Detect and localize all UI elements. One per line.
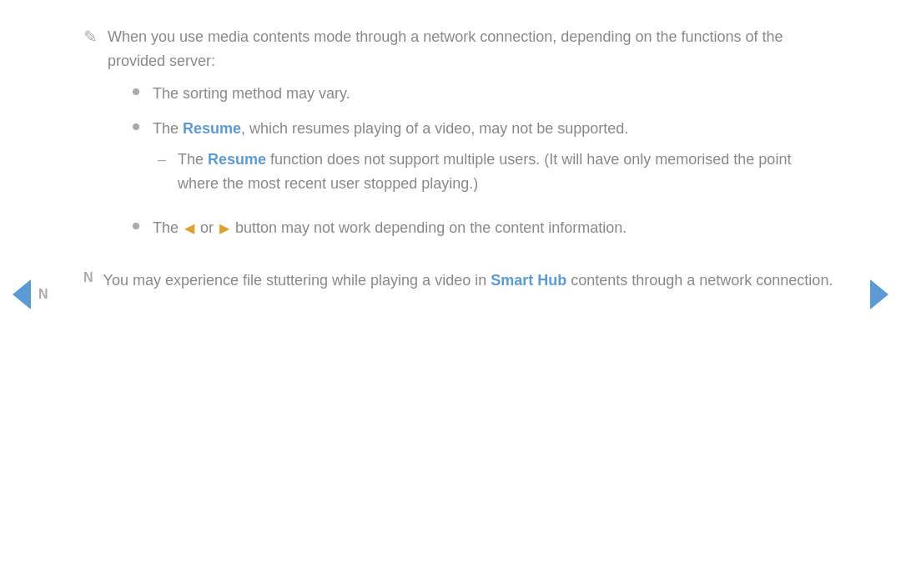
note-n-block: N You may experience file stuttering whi… [83,269,834,293]
resume-highlight-1: Resume [183,120,241,137]
note-icon: ✎ [83,27,98,47]
n-label: N [83,270,93,285]
dash-marker-1: – [158,148,166,172]
bullet-dot-1 [133,88,139,95]
content-area: ✎ When you use media contents mode throu… [83,25,834,292]
sub-list-2: – The Resume function does not support m… [158,148,834,204]
bullet-text-1: The sorting method may vary. [153,82,350,106]
note-block: ✎ When you use media contents mode throu… [83,25,834,252]
n-block-text: You may experience file stuttering while… [103,269,833,293]
page-container: N ✎ When you use media contents mode thr… [0,0,901,588]
bullet-item-3: The ◀ or ▶ button may not work depending… [133,216,834,240]
bullet-item-2: The Resume, which resumes playing of a v… [133,117,834,204]
bullet-item-1: The sorting method may vary. [133,82,834,106]
note-text: When you use media contents mode through… [108,25,834,73]
nav-arrow-right[interactable] [870,279,888,309]
bullet-dot-2 [133,123,139,130]
resume-highlight-2: Resume [208,151,266,168]
arrow-right-icon: ▶ [219,218,229,239]
sub-item-1: – The Resume function does not support m… [158,148,834,196]
bullet-dot-3 [133,223,139,229]
note-sub-content: When you use media contents mode through… [108,25,834,252]
bullet-text-3: The ◀ or ▶ button may not work depending… [153,216,627,240]
bullet-text-2: The Resume, which resumes playing of a v… [153,117,628,141]
nav-arrow-left[interactable] [13,279,31,309]
page-label: N [38,287,48,302]
bullet-list: The sorting method may vary. The Resume,… [133,82,834,252]
smart-hub-highlight: Smart Hub [491,272,566,289]
arrow-left-icon: ◀ [184,218,194,239]
sub-text-1: The Resume function does not support mul… [178,148,834,196]
